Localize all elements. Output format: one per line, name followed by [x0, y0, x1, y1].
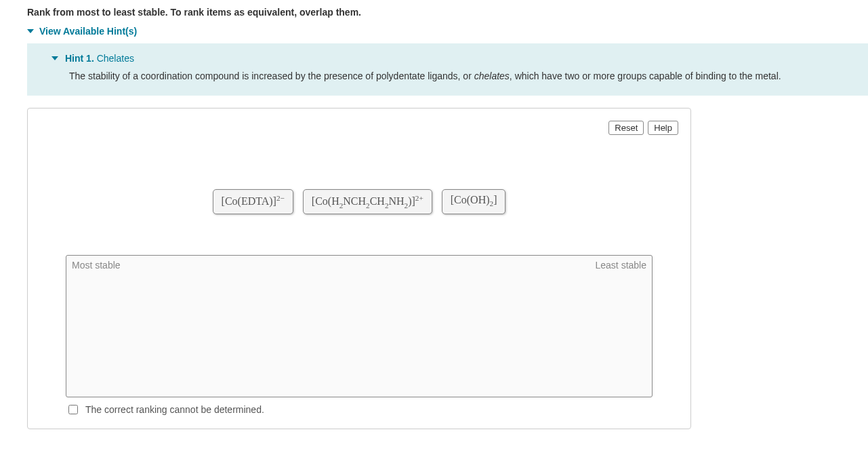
hint-number: Hint 1. [65, 53, 94, 64]
hint-body-italic: chelates [474, 71, 510, 81]
cannot-determine-checkbox[interactable] [68, 405, 78, 414]
caret-down-icon [51, 56, 58, 60]
hint-header[interactable]: Hint 1. Chelates [41, 53, 854, 64]
caret-down-icon [27, 29, 34, 33]
drop-label-most-stable: Most stable [72, 260, 121, 271]
help-button[interactable]: Help [648, 121, 678, 135]
rank-item[interactable]: [Co(EDTA)]2− [213, 189, 293, 214]
view-hints-toggle[interactable]: View Available Hint(s) [27, 26, 868, 37]
rank-item[interactable]: [Co(OH)2] [442, 189, 506, 214]
ranking-work-area: Reset Help [Co(EDTA)]2− [Co(H2NCH2CH2NH2… [27, 108, 691, 429]
ranking-drop-zone[interactable]: Most stable Least stable [66, 255, 653, 397]
reset-button[interactable]: Reset [608, 121, 644, 135]
hint-panel: Hint 1. Chelates The stability of a coor… [27, 43, 868, 96]
hint-body-post: , which have two or more groups capable … [510, 71, 781, 81]
toolbar: Reset Help [40, 121, 678, 135]
drop-label-least-stable: Least stable [596, 260, 647, 271]
hint-body: The stability of a coordination compound… [41, 69, 854, 83]
instruction-text: Rank from most to least stable. To rank … [27, 7, 868, 18]
view-hints-label: View Available Hint(s) [39, 26, 137, 37]
cannot-determine-label: The correct ranking cannot be determined… [85, 404, 264, 415]
cannot-determine-row: The correct ranking cannot be determined… [66, 403, 678, 416]
items-pool: [Co(EDTA)]2− [Co(H2NCH2CH2NH2)]2+ [Co(OH… [40, 149, 678, 255]
rank-item[interactable]: [Co(H2NCH2CH2NH2)]2+ [303, 189, 432, 214]
hint-title: Chelates [97, 53, 134, 64]
hint-body-pre: The stability of a coordination compound… [69, 71, 474, 81]
